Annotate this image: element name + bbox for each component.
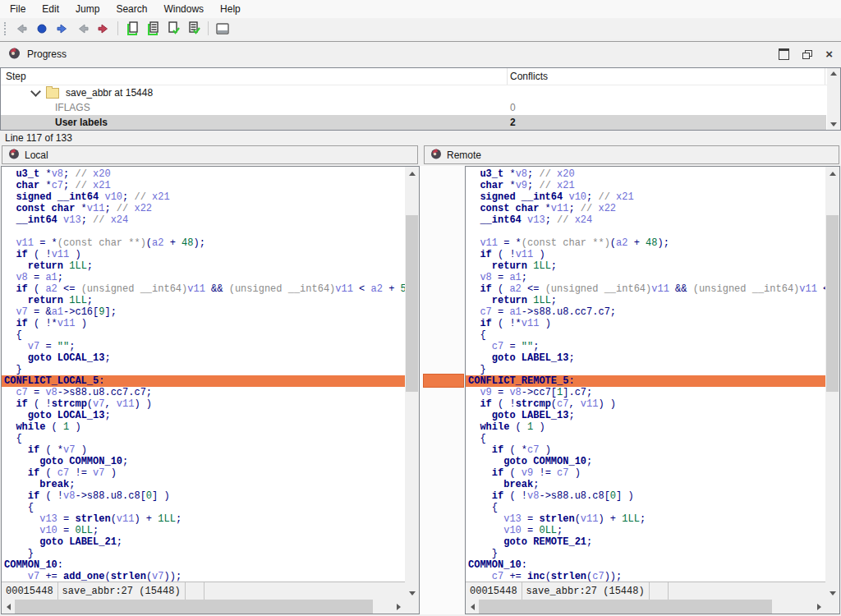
column-divider[interactable] [825, 68, 825, 85]
scroll-up-icon[interactable] [825, 167, 839, 180]
code-line[interactable]: goto COMMON_10; [468, 456, 825, 467]
code-line[interactable]: u3_t *v8; // x20 [468, 168, 825, 180]
local-vertical-scrollbar[interactable] [405, 167, 419, 614]
code-line[interactable]: if ( *c7 ) [468, 444, 825, 456]
code-line[interactable]: v7 = &a1->c16[9]; [4, 306, 405, 318]
code-line[interactable]: { [4, 433, 405, 444]
code-line[interactable]: } [468, 364, 825, 375]
menu-edit[interactable]: Edit [34, 1, 67, 17]
code-line[interactable]: goto LABEL_13; [468, 410, 825, 421]
scroll-right-icon[interactable] [812, 600, 825, 614]
progress-titlebar[interactable]: Progress × [0, 42, 841, 67]
tree-row-label[interactable]: IFLAGS [55, 102, 90, 113]
code-line[interactable]: if ( !v11 ) [468, 249, 825, 260]
chevron-down-icon[interactable] [30, 86, 41, 97]
code-line[interactable]: __int64 v13; // x24 [4, 214, 405, 226]
code-line[interactable]: while ( 1 ) [468, 421, 825, 433]
list-accept-icon[interactable] [185, 20, 203, 38]
scrollbar-thumb[interactable] [479, 600, 772, 614]
code-line[interactable] [468, 226, 825, 237]
code-line[interactable]: c7 = ""; [468, 341, 825, 352]
next-conflict-arrow-icon[interactable] [94, 20, 113, 38]
code-line[interactable]: if ( !v8->s88.u8.c8[0] ) [468, 490, 825, 502]
code-line[interactable]: if ( !strcmp(c7, v11) ) [468, 398, 825, 410]
code-line[interactable]: return 1LL; [468, 295, 825, 306]
document-accept-icon[interactable] [164, 20, 182, 38]
menu-jump[interactable]: Jump [67, 1, 108, 17]
code-line[interactable]: break; [468, 479, 825, 490]
code-line[interactable]: c7 += inc(strlen(c7)); [468, 571, 825, 582]
code-line[interactable]: signed __int64 v10; // x21 [468, 191, 825, 203]
tree-header[interactable]: Step Conflicts [1, 68, 840, 85]
code-line[interactable]: goto LOCAL_13; [4, 352, 405, 364]
forward-arrow-icon[interactable] [53, 20, 71, 38]
menu-file[interactable]: File [2, 1, 34, 17]
code-line[interactable]: while ( 1 ) [4, 421, 405, 433]
code-line[interactable]: COMMON_10: [4, 559, 405, 571]
document-local-icon[interactable] [123, 20, 141, 38]
code-line[interactable]: if ( !v11 ) [4, 249, 405, 260]
code-line[interactable]: v11 = *(const char **)(a2 + 48); [4, 237, 405, 249]
window-preview-icon[interactable] [214, 20, 232, 38]
remote-horizontal-scrollbar[interactable] [466, 600, 825, 614]
code-line[interactable]: { [4, 329, 405, 341]
tree-row-iflags[interactable]: IFLAGS 0 [1, 100, 826, 115]
code-line[interactable]: if ( !*v11 ) [4, 318, 405, 329]
local-horizontal-scrollbar[interactable] [2, 600, 405, 614]
scroll-up-icon[interactable] [405, 167, 419, 180]
code-line[interactable]: return 1LL; [4, 295, 405, 306]
code-line[interactable]: const char *v11; // x22 [4, 203, 405, 214]
scroll-down-icon[interactable] [405, 586, 419, 600]
code-line[interactable]: goto LOCAL_13; [4, 410, 405, 421]
close-button[interactable]: × [825, 50, 833, 58]
code-line[interactable]: if ( c7 != v7 ) [4, 467, 405, 479]
code-line[interactable]: break; [4, 479, 405, 490]
code-line[interactable]: COMMON_10: [468, 559, 825, 571]
menu-windows[interactable]: Windows [155, 1, 212, 17]
column-divider[interactable] [507, 68, 508, 85]
code-line[interactable]: v13 = strlen(v11) + 1LL; [4, 513, 405, 525]
tree-row-save-abbr[interactable]: save_abbr at 15448 [1, 85, 826, 100]
code-line[interactable]: v10 = 0LL; [4, 525, 405, 536]
code-line[interactable]: { [468, 329, 825, 341]
code-line[interactable]: return 1LL; [4, 260, 405, 272]
scroll-right-icon[interactable] [392, 600, 405, 614]
code-line[interactable]: if ( a2 <= (unsigned __int64)v11 && (uns… [468, 283, 825, 295]
code-line[interactable]: char *v9; // x21 [468, 180, 825, 191]
code-line[interactable]: v13 = strlen(v11) + 1LL; [468, 513, 825, 525]
tree-row-user-labels[interactable]: User labels 2 [1, 115, 826, 130]
code-line[interactable]: goto REMOTE_21; [468, 536, 825, 548]
column-step[interactable]: Step [6, 71, 26, 82]
menu-help[interactable]: Help [212, 1, 249, 17]
scrollbar-thumb[interactable] [826, 215, 839, 392]
code-line[interactable]: v11 = *(const char **)(a2 + 48); [468, 237, 825, 249]
scroll-up-icon[interactable] [830, 71, 837, 76]
toolbar-drag-handle[interactable] [4, 22, 6, 35]
remote-pane-header[interactable]: Remote [424, 145, 839, 164]
code-line[interactable]: if ( !*v11 ) [468, 318, 825, 329]
code-line[interactable]: char *c7; // x21 [4, 180, 405, 191]
code-line[interactable]: signed __int64 v10; // x21 [4, 191, 405, 203]
code-line[interactable]: } [4, 548, 405, 559]
code-line[interactable]: goto COMMON_10; [4, 456, 405, 467]
code-line[interactable]: goto LABEL_21; [4, 536, 405, 548]
conflict-gutter-marker[interactable] [423, 374, 464, 388]
maximize-button[interactable] [779, 48, 789, 60]
code-line[interactable]: } [4, 364, 405, 375]
code-line[interactable]: if ( !strcmp(v7, v11) ) [4, 398, 405, 410]
scroll-left-icon[interactable] [466, 600, 479, 614]
code-line[interactable]: if ( a2 <= (unsigned __int64)v11 && (uns… [4, 283, 405, 295]
local-pane-header[interactable]: Local [2, 145, 418, 164]
code-line[interactable]: v8 = a1; [468, 272, 825, 283]
code-line[interactable] [4, 226, 405, 237]
scroll-down-icon[interactable] [830, 122, 837, 126]
code-line[interactable]: __int64 v13; // x24 [468, 214, 825, 226]
scrollbar-thumb[interactable] [406, 215, 418, 392]
previous-conflict-arrow-icon[interactable] [74, 20, 92, 38]
code-line[interactable]: } [468, 548, 825, 559]
code-line[interactable]: { [468, 502, 825, 513]
code-line[interactable]: if ( v9 != c7 ) [468, 467, 825, 479]
remote-vertical-scrollbar[interactable] [825, 167, 839, 614]
code-line[interactable]: u3_t *v8; // x20 [4, 168, 405, 180]
scroll-down-icon[interactable] [825, 586, 839, 600]
